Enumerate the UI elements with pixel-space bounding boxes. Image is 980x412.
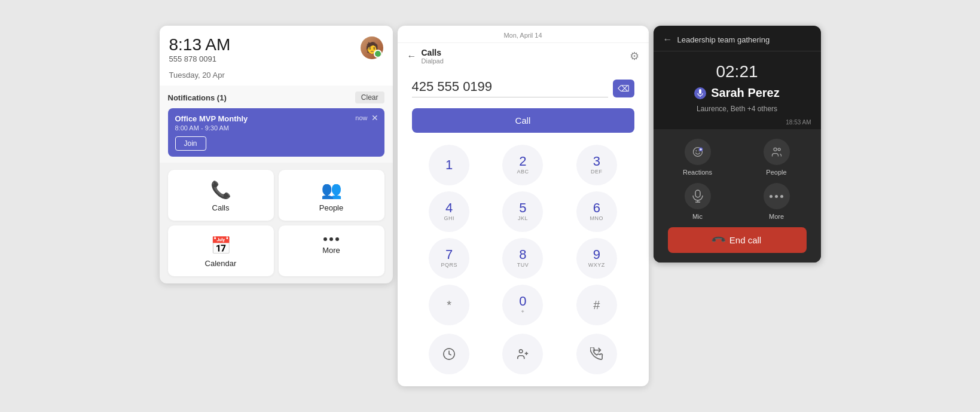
notification-card: now ✕ Office MVP Monthly 8:00 AM - 9:30 … — [168, 108, 384, 157]
backspace-button[interactable]: ⌫ — [613, 80, 634, 97]
key-6-letters: MNO — [590, 215, 604, 222]
call-back-arrow-icon[interactable]: ← — [663, 34, 673, 45]
panel-home: 8:13 AM 555 878 0091 🧑 Tuesday, 20 Apr N… — [160, 26, 393, 283]
controls-grid: Reactions People — [661, 139, 814, 220]
people-label: People — [319, 203, 343, 212]
add-people-button[interactable] — [502, 334, 543, 374]
calls-icon: 📞 — [210, 182, 231, 199]
number-input-area: ⌫ — [398, 67, 649, 102]
key-hash[interactable]: # — [576, 285, 617, 325]
key-8[interactable]: 8 TUV — [502, 238, 543, 279]
key-2[interactable]: 2 ABC — [502, 145, 543, 185]
avatar[interactable]: 🧑 — [361, 36, 383, 59]
dialpad-date-bar: Mon, April 14 — [398, 26, 649, 43]
notifications-header: Notifications (1) Clear — [168, 91, 384, 103]
panel-dialpad: Mon, April 14 ← Calls Dialpad ⚙ ⌫ Call 1… — [398, 26, 649, 386]
people-control[interactable]: People — [740, 139, 814, 176]
notifications-section: Notifications (1) Clear now ✕ Office MVP… — [160, 86, 393, 163]
home-phone-number: 555 878 0091 — [169, 54, 217, 63]
svg-rect-13 — [695, 190, 700, 197]
calls-label: Calls — [212, 203, 230, 212]
app-tile-calls[interactable]: 📞 Calls — [168, 170, 274, 221]
key-0-letters: + — [521, 308, 525, 316]
key-3-num: 3 — [593, 155, 600, 168]
app-tile-more[interactable]: More — [279, 225, 384, 276]
notif-time-range: 8:00 AM - 9:30 AM — [175, 124, 377, 132]
end-call-phone-icon: 📞 — [710, 232, 727, 249]
key-7-letters: PQRS — [441, 261, 457, 269]
key-7[interactable]: 7 PQRS — [429, 238, 469, 279]
reactions-label: Reactions — [683, 169, 712, 176]
notif-time-badge: now — [355, 114, 367, 121]
number-input[interactable] — [412, 79, 608, 97]
end-call-button[interactable]: 📞 End call — [668, 227, 807, 253]
notification-close-icon[interactable]: ✕ — [371, 113, 378, 123]
key-8-num: 8 — [519, 248, 526, 261]
dialpad-header: ← Calls Dialpad ⚙ — [398, 43, 649, 67]
more-icon-circle — [764, 183, 790, 209]
key-9-num: 9 — [593, 248, 600, 261]
dot3 — [335, 237, 339, 241]
call-timer: 02:21 — [654, 51, 821, 84]
key-5-letters: JKL — [518, 215, 528, 222]
caller-mic-indicator — [694, 87, 706, 99]
key-7-num: 7 — [445, 248, 453, 261]
mic-control[interactable]: Mic — [661, 183, 735, 220]
dialpad-bottom-row — [398, 331, 649, 380]
call-name-row: Sarah Perez — [654, 84, 821, 102]
more-dots-icon — [323, 237, 339, 241]
key-2-letters: ABC — [517, 168, 529, 176]
key-3[interactable]: 3 DEF — [576, 145, 617, 185]
call-controls-area: Reactions People — [654, 129, 821, 263]
join-button[interactable]: Join — [175, 136, 206, 151]
dialpad-title: Calls — [422, 48, 444, 57]
call-button[interactable]: Call — [412, 108, 634, 133]
key-6-num: 6 — [593, 202, 600, 215]
notif-title: Office MVP Monthly — [175, 114, 377, 123]
svg-rect-5 — [699, 89, 701, 94]
key-star[interactable]: * — [429, 285, 469, 325]
mic-label: Mic — [692, 213, 703, 220]
dot2 — [329, 237, 333, 241]
settings-icon[interactable]: ⚙ — [630, 50, 639, 63]
end-call-label: End call — [729, 235, 761, 245]
clear-button[interactable]: Clear — [355, 91, 384, 103]
key-6[interactable]: 6 MNO — [576, 191, 617, 232]
key-4-num: 4 — [445, 202, 453, 215]
svg-point-12 — [778, 148, 780, 151]
key-9[interactable]: 9 WXYZ — [576, 238, 617, 279]
home-time: 8:13 AM — [169, 36, 231, 53]
keypad: 1 2 ABC 3 DEF 4 GHI 5 JKL 6 MNO — [398, 139, 649, 331]
key-9-letters: WXYZ — [588, 261, 605, 269]
app-tile-people[interactable]: 👥 People — [279, 170, 384, 221]
dialpad-back-button[interactable]: ← Calls Dialpad — [407, 48, 444, 65]
reactions-control[interactable]: Reactions — [661, 139, 735, 176]
key-5[interactable]: 5 JKL — [502, 191, 543, 232]
key-star-sym: * — [447, 299, 451, 311]
time-date-group: 8:13 AM 555 878 0091 — [169, 36, 231, 63]
call-meeting-title: Leadership team gathering — [677, 35, 770, 44]
dot1 — [323, 237, 327, 241]
svg-point-8 — [695, 150, 697, 151]
people-icon-circle — [764, 139, 790, 165]
people-label: People — [766, 169, 786, 176]
calendar-label: Calendar — [205, 259, 237, 268]
dialpad-subtitle: Dialpad — [422, 57, 444, 65]
key-4-letters: GHI — [444, 215, 454, 222]
screenshots-container: 8:13 AM 555 878 0091 🧑 Tuesday, 20 Apr N… — [155, 21, 826, 391]
transfer-button[interactable] — [576, 334, 617, 374]
key-3-letters: DEF — [591, 168, 603, 176]
mic-icon-circle — [685, 183, 711, 209]
key-1[interactable]: 1 — [429, 145, 469, 185]
key-4[interactable]: 4 GHI — [429, 191, 469, 232]
app-tile-calendar[interactable]: 📅 Calendar — [168, 225, 274, 276]
key-8-letters: TUV — [517, 261, 529, 269]
calendar-icon: 📅 — [210, 237, 231, 254]
more-label: More — [322, 246, 340, 255]
key-0[interactable]: 0 + — [502, 285, 543, 325]
dialpad-title-group: Calls Dialpad — [422, 48, 444, 65]
more-control[interactable]: More — [740, 183, 814, 220]
history-button[interactable] — [429, 334, 469, 374]
home-header: 8:13 AM 555 878 0091 🧑 — [160, 26, 393, 71]
call-timestamp: 18:53 AM — [654, 119, 821, 129]
